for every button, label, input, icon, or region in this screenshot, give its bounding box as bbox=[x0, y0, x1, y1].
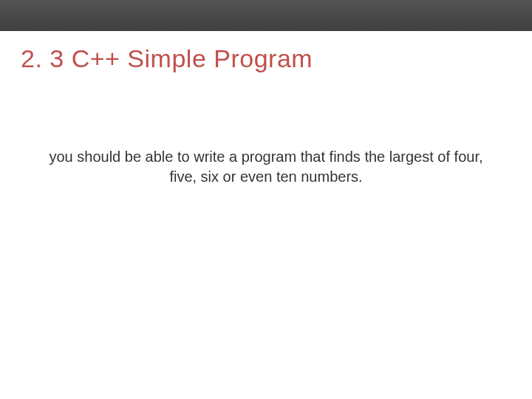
slide-title: 2. 3 C++ Simple Program bbox=[21, 44, 532, 73]
slide-body-text: you should be able to write a program th… bbox=[0, 147, 532, 187]
top-band bbox=[0, 0, 532, 31]
